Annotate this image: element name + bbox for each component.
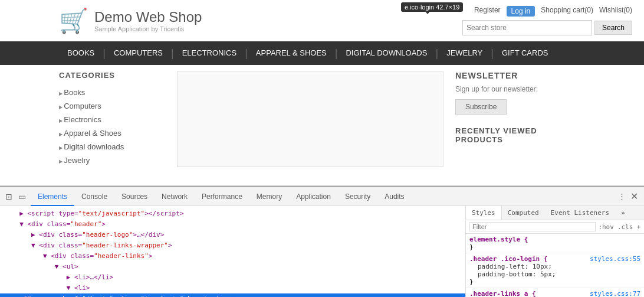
search-input[interactable] [462, 20, 592, 35]
main-content [177, 71, 443, 167]
header-right: Register Log in Shopping cart(0) Wishlis… [462, 6, 632, 35]
cat-computers[interactable]: Computers [59, 102, 101, 110]
dom-eq-marker: == $0 [12, 295, 35, 297]
dom-line: ▼ <ul> [0, 262, 465, 272]
style-rule-element: element.style { } [466, 234, 644, 253]
site-header: 🛒 Demo Web Shop Sample Application by Tr… [0, 0, 644, 41]
categories-heading: CATEGORIES [59, 71, 165, 80]
dom-tag: ▶ <div class="header-logo">…</div> [12, 231, 164, 239]
style-prop: padding-left: 10px; [469, 263, 640, 270]
styles-filter-extras: :hov .cls + [598, 223, 640, 231]
list-item[interactable]: Digital downloads [59, 140, 165, 154]
tab-console[interactable]: Console [74, 187, 114, 206]
cat-downloads[interactable]: Digital downloads [59, 142, 124, 151]
nav-computers[interactable]: COMPUTERS [106, 41, 171, 65]
search-bar: Search [462, 20, 632, 35]
dom-line: ▶ <div class="header-logo">…</div> [0, 230, 465, 240]
recently-viewed: RECENTLY VIEWED PRODUCTS [455, 126, 585, 144]
styles-tab-event-listeners[interactable]: Event Listeners [545, 206, 615, 220]
cat-electronics[interactable]: Electronics [59, 115, 101, 124]
nav-books[interactable]: BOOKS [59, 41, 103, 65]
dom-tag-highlighted: <a href="/login" class="ico-login">Log i… [39, 295, 226, 297]
cat-apparel[interactable]: Apparel & Shoes [59, 129, 121, 138]
list-item[interactable]: Electronics [59, 113, 165, 126]
devtools-toolbar: ⊡ ▭ Elements Console Sources Network Per… [0, 187, 644, 206]
cart-link[interactable]: Shopping cart(0) [541, 6, 593, 17]
main-nav: BOOKS | COMPUTERS | ELECTRONICS | APPARE… [0, 41, 644, 65]
list-item[interactable]: Computers [59, 99, 165, 113]
style-selector-row: .header .ico-login { styles.css:55 [469, 255, 640, 263]
tab-memory[interactable]: Memory [249, 187, 289, 206]
devtools-close-icon[interactable]: ✕ [630, 191, 638, 202]
site-tagline: Sample Application by Tricentis [94, 25, 202, 32]
login-link[interactable]: Log in [507, 6, 535, 17]
subscribe-button[interactable]: Subscribe [455, 99, 507, 115]
tooltip-arrow [425, 11, 431, 14]
style-selector-row: .header-links a { styles.css:77 [469, 290, 640, 297]
tab-network[interactable]: Network [155, 187, 195, 206]
dom-tag: ▼ <div class="header"> [12, 220, 106, 228]
cls-toggle[interactable]: .cls [617, 223, 633, 231]
wishlist-link[interactable]: Wishlist(0) [599, 6, 632, 17]
tab-performance[interactable]: Performance [195, 187, 249, 206]
devtools-tab-right: ⋮ ✕ [618, 191, 644, 202]
styles-tab-computed[interactable]: Computed [502, 206, 545, 220]
list-item[interactable]: Jewelry [59, 154, 165, 167]
new-style-rule[interactable]: + [636, 223, 640, 231]
list-item[interactable]: Books [59, 86, 165, 99]
dom-tag: ▼ <div class="header-links-wrapper"> [12, 241, 172, 249]
tab-elements[interactable]: Elements [31, 187, 74, 206]
style-source-link[interactable]: styles.css:55 [590, 255, 640, 263]
dom-line-highlighted: == $0 <a href="/login" class="ico-login"… [0, 293, 465, 297]
logo-area: 🛒 Demo Web Shop Sample Application by Tr… [59, 7, 202, 35]
hov-toggle[interactable]: :hov [598, 223, 614, 231]
nav-apparel[interactable]: APPAREL & SHOES [248, 41, 335, 65]
dom-tag: ▼ <div class="header-links"> [12, 252, 152, 260]
styles-filter: :hov .cls + [466, 220, 644, 234]
devtools-tabs: Elements Console Sources Network Perform… [31, 187, 412, 206]
style-prop: padding-bottom: 5px; [469, 270, 640, 278]
nav-giftcards[interactable]: GIFT CARDS [494, 41, 557, 65]
inspect-icon[interactable]: ⊡ [4, 191, 14, 202]
styles-panel: Styles Computed Event Listeners » :hov .… [466, 206, 644, 297]
recently-viewed-heading: RECENTLY VIEWED PRODUCTS [455, 126, 585, 144]
styles-tab-more[interactable]: » [615, 206, 631, 220]
logo-text: Demo Web Shop Sample Application by Tric… [94, 9, 202, 32]
styles-filter-input[interactable] [469, 222, 596, 231]
dom-line: ▼ <div class="header-links"> [0, 251, 465, 262]
style-selector: element.style { [469, 236, 640, 243]
tab-application[interactable]: Application [289, 187, 338, 206]
category-list: Books Computers Electronics Apparel & Sh… [59, 86, 165, 167]
search-button[interactable]: Search [594, 21, 632, 35]
style-closing: } [469, 243, 640, 251]
mobile-icon[interactable]: ▭ [17, 191, 27, 202]
style-source-link[interactable]: styles.css:77 [590, 290, 640, 297]
selector-text: element.style { [469, 236, 528, 243]
cat-books[interactable]: Books [59, 88, 85, 97]
website-area: 🛒 Demo Web Shop Sample Application by Tr… [0, 0, 644, 186]
site-title: Demo Web Shop [94, 9, 202, 25]
tab-security[interactable]: Security [338, 187, 377, 206]
content-area: CATEGORIES Books Computers Electronics A… [0, 65, 644, 173]
dom-tag: ▼ <li> [12, 284, 90, 292]
newsletter-description: Sign up for our newsletter: [455, 85, 585, 93]
dom-tag: ▶ <script type="text/javascript"></scrip… [12, 210, 183, 217]
styles-tab-styles[interactable]: Styles [466, 206, 502, 220]
tab-sources[interactable]: Sources [114, 187, 155, 206]
nav-downloads[interactable]: DIGITAL DOWNLOADS [337, 41, 435, 65]
list-item[interactable]: Apparel & Shoes [59, 126, 165, 140]
nav-jewelry[interactable]: JEWELRY [438, 41, 491, 65]
tab-audits[interactable]: Audits [377, 187, 411, 206]
nav-electronics[interactable]: ELECTRONICS [174, 41, 245, 65]
newsletter: NEWSLETTER Sign up for our newsletter: S… [455, 71, 585, 167]
dom-line: ▼ <div class="header-links-wrapper"> [0, 240, 465, 251]
style-closing: } [469, 278, 640, 286]
dom-panel[interactable]: ▶ <script type="text/javascript"></scrip… [0, 206, 466, 297]
style-rule-ico-login: .header .ico-login { styles.css:55 paddi… [466, 253, 644, 288]
newsletter-heading: NEWSLETTER [455, 71, 585, 80]
more-options-icon[interactable]: ⋮ [618, 192, 626, 201]
tooltip-box: e.ico-login 42.7×19 [401, 2, 463, 12]
devtools-icons: ⊡ ▭ [0, 191, 31, 202]
register-link[interactable]: Register [474, 6, 501, 17]
cat-jewelry[interactable]: Jewelry [59, 156, 90, 165]
